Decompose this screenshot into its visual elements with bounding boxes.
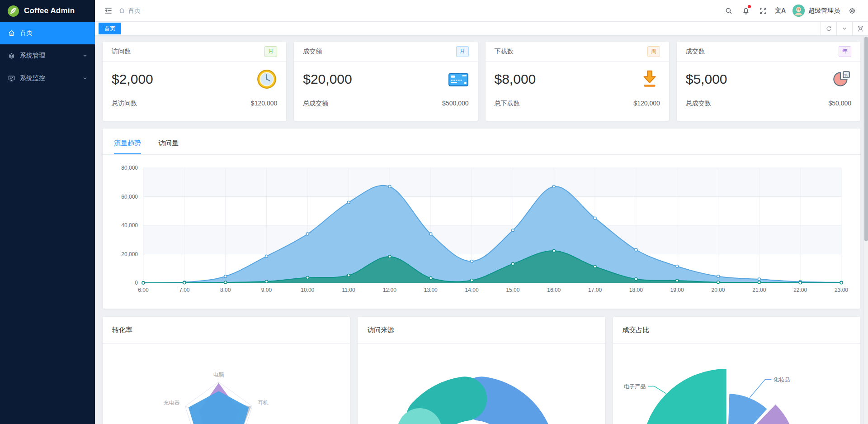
stat-card-visits: 访问数 月 $2,000 bbox=[103, 42, 286, 121]
sidebar-menu: 首页 系统管理 bbox=[0, 22, 95, 90]
svg-text:化妆品: 化妆品 bbox=[773, 376, 790, 383]
svg-text:6:00: 6:00 bbox=[138, 287, 149, 293]
deal-share-pie-chart: 化妆品电子产品 bbox=[613, 344, 860, 424]
search-icon[interactable] bbox=[721, 3, 736, 19]
tab-home[interactable]: 首页 bbox=[99, 23, 121, 34]
svg-text:%: % bbox=[844, 72, 849, 77]
home-breadcrumb-icon bbox=[118, 7, 125, 14]
stat-value: $20,000 bbox=[303, 71, 352, 87]
sidebar-item-system-management[interactable]: 系统管理 bbox=[0, 44, 95, 67]
stat-card-row: 访问数 月 $2,000 bbox=[103, 42, 860, 121]
stat-value: $2,000 bbox=[112, 71, 153, 87]
svg-text:22:00: 22:00 bbox=[793, 287, 807, 293]
tab-traffic-trend[interactable]: 流量趋势 bbox=[114, 139, 141, 154]
card-title: 转化率 bbox=[103, 317, 350, 344]
sidebar-item-home[interactable]: 首页 bbox=[0, 22, 95, 44]
sidebar-collapse-button[interactable] bbox=[100, 3, 116, 19]
notification-dot bbox=[748, 5, 751, 8]
svg-text:60,000: 60,000 bbox=[121, 194, 138, 200]
tab-dropdown-chevron-icon[interactable] bbox=[836, 22, 852, 35]
bank-card-icon bbox=[448, 69, 469, 90]
svg-text:11:00: 11:00 bbox=[342, 287, 355, 293]
notification-bell-icon[interactable] bbox=[738, 3, 754, 19]
stat-value: $8,000 bbox=[495, 71, 536, 87]
svg-text:10:00: 10:00 bbox=[301, 287, 314, 293]
conversion-radar-chart: 电脑耳机充电器 bbox=[103, 344, 350, 424]
app-title: Coffee Admin bbox=[24, 6, 75, 15]
svg-text:充电器: 充电器 bbox=[163, 400, 179, 406]
page-content: 访问数 月 $2,000 bbox=[95, 36, 868, 424]
svg-text:7:00: 7:00 bbox=[179, 287, 190, 293]
conversion-rate-card: 转化率 电脑耳机充电器 bbox=[103, 317, 350, 424]
navbar-actions: 文A 超级管理员 bbox=[721, 3, 863, 19]
stat-footer-value: $50,000 bbox=[828, 100, 851, 108]
stat-card-title: 成交数 bbox=[686, 48, 705, 56]
app-logo: Coffee Admin bbox=[0, 0, 95, 22]
svg-text:23:00: 23:00 bbox=[835, 287, 848, 293]
deal-share-card: 成交占比 化妆品电子产品 bbox=[613, 317, 860, 424]
period-badge: 年 bbox=[839, 46, 851, 57]
period-badge: 月 bbox=[456, 46, 469, 57]
chevron-down-icon bbox=[82, 53, 88, 58]
visit-source-donut-chart bbox=[358, 344, 605, 424]
pie-percent-icon: % bbox=[830, 69, 851, 90]
settings-gear-icon[interactable] bbox=[844, 3, 860, 19]
app-root: Coffee Admin 首页 系统管理 bbox=[0, 0, 868, 424]
svg-text:13:00: 13:00 bbox=[424, 287, 438, 293]
period-badge: 月 bbox=[264, 46, 277, 57]
stat-footer-label: 总下载数 bbox=[495, 100, 520, 108]
stat-card-turnover: 成交额 月 $20,000 bbox=[294, 42, 477, 121]
stat-card-title: 下载数 bbox=[495, 48, 514, 56]
home-icon bbox=[7, 29, 15, 37]
main-column: 首页 bbox=[95, 0, 868, 424]
user-menu[interactable]: 超级管理员 bbox=[793, 5, 840, 17]
chevron-down-icon bbox=[82, 76, 88, 81]
svg-text:0: 0 bbox=[135, 280, 138, 286]
svg-text:8:00: 8:00 bbox=[220, 287, 231, 293]
stat-footer-value: $500,000 bbox=[442, 100, 468, 108]
svg-text:17:00: 17:00 bbox=[588, 287, 602, 293]
svg-text:电子产品: 电子产品 bbox=[624, 383, 646, 390]
breadcrumb-home-label: 首页 bbox=[128, 7, 141, 15]
svg-text:电脑: 电脑 bbox=[213, 372, 224, 378]
trend-tabs: 流量趋势 访问量 bbox=[103, 129, 860, 155]
gear-icon bbox=[7, 52, 15, 60]
svg-text:20:00: 20:00 bbox=[712, 287, 725, 293]
stat-card-deals: 成交数 年 $5,000 % bbox=[677, 42, 860, 121]
breadcrumb[interactable]: 首页 bbox=[118, 7, 141, 15]
card-title: 访问来源 bbox=[358, 317, 605, 344]
tab-actions bbox=[821, 22, 868, 35]
translate-glyph: 文A bbox=[775, 7, 786, 15]
svg-text:18:00: 18:00 bbox=[629, 287, 643, 293]
fullscreen-icon[interactable] bbox=[755, 3, 771, 19]
translate-icon[interactable]: 文A bbox=[773, 3, 788, 19]
stat-card-title: 访问数 bbox=[112, 48, 131, 56]
sidebar-item-label: 首页 bbox=[20, 29, 33, 37]
svg-text:15:00: 15:00 bbox=[506, 287, 519, 293]
stat-footer-value: $120,000 bbox=[633, 100, 660, 108]
stat-footer-label: 总访问数 bbox=[112, 100, 137, 108]
card-title: 成交占比 bbox=[613, 317, 860, 344]
svg-text:19:00: 19:00 bbox=[670, 287, 684, 293]
maximize-icon[interactable] bbox=[852, 22, 868, 35]
leaf-logo-icon bbox=[7, 5, 19, 17]
svg-text:21:00: 21:00 bbox=[752, 287, 766, 293]
stat-card-downloads: 下载数 周 $8,000 总下载数 bbox=[486, 42, 669, 121]
svg-text:9:00: 9:00 bbox=[261, 287, 272, 293]
svg-text:40,000: 40,000 bbox=[121, 222, 138, 229]
stat-footer-value: $120,000 bbox=[251, 100, 277, 108]
traffic-trend-card: 流量趋势 访问量 020,00040,00060,00080,0006:007:… bbox=[103, 129, 860, 309]
sidebar-item-label: 系统管理 bbox=[20, 52, 45, 60]
stat-value: $5,000 bbox=[686, 71, 727, 87]
monitor-icon bbox=[7, 74, 15, 82]
scrollbar-thumb[interactable] bbox=[864, 37, 868, 241]
tab-visit-volume[interactable]: 访问量 bbox=[158, 139, 179, 154]
sidebar-item-system-monitor[interactable]: 系统监控 bbox=[0, 67, 95, 90]
svg-text:80,000: 80,000 bbox=[121, 165, 138, 171]
refresh-icon[interactable] bbox=[821, 22, 836, 35]
page-tabbar: 首页 bbox=[95, 22, 868, 36]
stat-card-title: 成交额 bbox=[303, 48, 322, 56]
username: 超级管理员 bbox=[808, 7, 840, 15]
svg-text:耳机: 耳机 bbox=[258, 400, 269, 406]
visit-source-card: 访问来源 bbox=[358, 317, 605, 424]
